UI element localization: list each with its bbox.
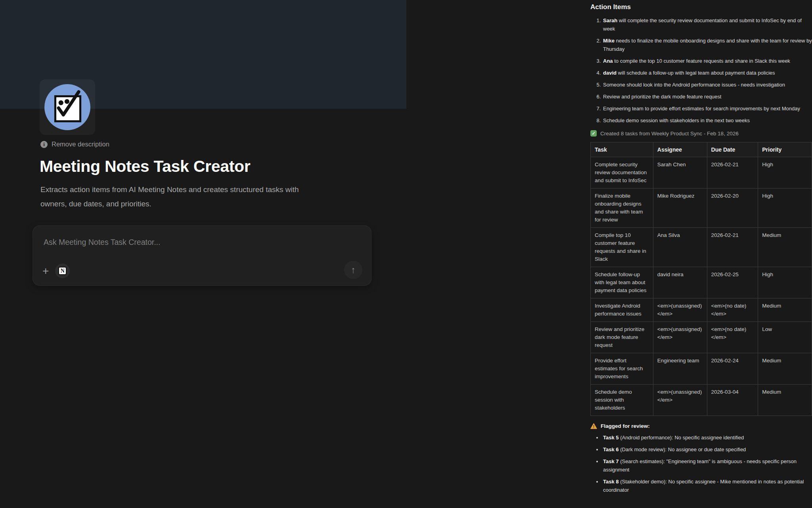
action-item: Mike needs to finalize the mobile onboar…: [602, 37, 812, 53]
action-item-owner: Ana: [603, 58, 613, 64]
table-row: Finalize mobile onboarding designs and s…: [591, 189, 812, 228]
cell-priority: Medium: [758, 353, 812, 385]
composer-placeholder[interactable]: Ask Meeting Notes Task Creator...: [44, 238, 160, 247]
table-row: Compile top 10 customer feature requests…: [591, 228, 812, 267]
action-item: Schedule demo session with stakeholders …: [602, 116, 812, 125]
action-item: Sarah will complete the security review …: [602, 16, 812, 33]
cell-assignee: <em>(unassigned) </em>: [653, 385, 707, 416]
flagged-items-list: Task 5 (Android performance): No specifi…: [590, 433, 812, 494]
agent-output-panel: Action Items Sarah will complete the sec…: [590, 0, 812, 498]
action-item-text: Review and prioritize the dark mode feat…: [603, 94, 721, 100]
flagged-item-text: (Search estimates): "Engineering team" i…: [603, 458, 797, 473]
action-item-text: Engineering team to provide effort estim…: [603, 106, 800, 112]
flagged-item: Task 8 (Stakeholder demo): No specific a…: [602, 477, 812, 494]
cell-priority: Medium: [758, 228, 812, 267]
page-icon[interactable]: [40, 79, 95, 135]
attach-plus-button[interactable]: +: [42, 266, 49, 277]
flagged-item-text: (Stakeholder demo): No specific assignee…: [603, 479, 804, 493]
cell-assignee: Engineering team: [653, 353, 707, 385]
cell-task: Compile top 10 customer feature requests…: [591, 228, 653, 267]
column-header-task: Task: [591, 142, 653, 157]
action-item-text: Someone should look into the Android per…: [603, 82, 785, 88]
cell-priority: Low: [758, 322, 812, 353]
page-title[interactable]: Meeting Notes Task Creator: [40, 157, 250, 176]
column-header-due-date: Due Date: [707, 142, 758, 157]
flagged-item-task: Task 6: [603, 446, 619, 452]
warning-triangle-icon: [590, 423, 597, 429]
cell-due-date: <em>(no date) </em>: [707, 322, 758, 353]
action-items-list: Sarah will complete the security review …: [590, 16, 812, 125]
flagged-for-review-heading: Flagged for review:: [590, 423, 812, 429]
cell-due-date: <em>(no date) </em>: [707, 298, 758, 322]
table-row: Schedule follow-up with legal team about…: [591, 267, 812, 298]
action-item-owner: david: [603, 70, 617, 76]
cell-priority: High: [758, 267, 812, 298]
action-item-text: needs to finalize the mobile onboarding …: [603, 38, 812, 52]
remove-description-button[interactable]: i Remove description: [40, 140, 109, 148]
cell-task: Schedule follow-up with legal team about…: [591, 267, 653, 298]
action-items-heading: Action Items: [590, 3, 812, 11]
cell-assignee: <em>(unassigned) </em>: [653, 322, 707, 353]
action-item-text: to compile the top 10 customer feature r…: [613, 58, 790, 64]
notion-logo-icon: N: [58, 267, 67, 275]
check-mark-icon: ✓: [590, 130, 597, 137]
cell-priority: High: [758, 189, 812, 228]
table-row: Provide effort estimates for search impr…: [591, 353, 812, 385]
table-row: Review and prioritize dark mode feature …: [591, 322, 812, 353]
column-header-assignee: Assignee: [653, 142, 707, 157]
flagged-item: Task 6 (Dark mode review): No assignee o…: [602, 445, 812, 454]
flagged-item-text: (Android performance): No specific assig…: [619, 435, 744, 441]
action-item: Review and prioritize the dark mode feat…: [602, 92, 812, 101]
action-item-owner: Mike: [603, 38, 615, 44]
cell-priority: Medium: [758, 385, 812, 416]
page-description[interactable]: Extracts action items from AI Meeting No…: [40, 183, 318, 211]
action-item: Engineering team to provide effort estim…: [602, 104, 812, 113]
plus-icon: +: [42, 265, 49, 277]
flagged-heading-text: Flagged for review:: [601, 423, 650, 429]
cell-assignee: david neira: [653, 267, 707, 298]
flagged-item-task: Task 7: [603, 458, 619, 464]
cell-assignee: Ana Silva: [653, 228, 707, 267]
flagged-item-text: (Dark mode review): No assignee or due d…: [619, 446, 746, 452]
action-item: Someone should look into the Android per…: [602, 81, 812, 89]
arrow-up-icon: ↑: [351, 265, 356, 275]
action-item: david will schedule a follow-up with leg…: [602, 69, 812, 77]
cell-priority: High: [758, 157, 812, 189]
remove-description-label: Remove description: [52, 140, 109, 148]
cell-task: Finalize mobile onboarding designs and s…: [591, 189, 653, 228]
send-button[interactable]: ↑: [344, 261, 362, 279]
action-item-text: will schedule a follow-up with legal tea…: [617, 70, 775, 76]
composer-actions: + N: [42, 264, 70, 278]
cell-due-date: 2026-02-21: [707, 157, 758, 189]
action-item: Ana to compile the top 10 customer featu…: [602, 57, 812, 65]
cell-assignee: Mike Rodriguez: [653, 189, 707, 228]
cell-task: Review and prioritize dark mode feature …: [591, 322, 653, 353]
action-item-text: will complete the security review docume…: [603, 17, 802, 32]
flagged-item-task: Task 5: [603, 435, 619, 441]
cell-task: Investigate Android performance issues: [591, 298, 653, 322]
notion-agent-badge[interactable]: N: [55, 264, 70, 278]
table-row: Investigate Android performance issues <…: [591, 298, 812, 322]
cell-task: Schedule demo session with stakeholders: [591, 385, 653, 416]
table-row: Complete security review documentation a…: [591, 157, 812, 189]
agent-prompt-composer[interactable]: Ask Meeting Notes Task Creator... + N ↑: [33, 225, 372, 286]
cell-due-date: 2026-02-24: [707, 353, 758, 385]
cell-assignee: Sarah Chen: [653, 157, 707, 189]
cell-assignee: <em>(unassigned) </em>: [653, 298, 707, 322]
tasks-table: Task Assignee Due Date Priority Complete…: [590, 142, 812, 416]
column-header-priority: Priority: [758, 142, 812, 157]
flagged-item: Task 5 (Android performance): No specifi…: [602, 433, 812, 442]
flagged-item-task: Task 8: [603, 479, 619, 485]
ballot-box-with-check-icon: [43, 83, 92, 131]
cell-priority: Medium: [758, 298, 812, 322]
cell-due-date: 2026-02-25: [707, 267, 758, 298]
action-item-text: Schedule demo session with stakeholders …: [603, 117, 750, 123]
action-item-owner: Sarah: [603, 17, 617, 23]
flagged-item: Task 7 (Search estimates): "Engineering …: [602, 457, 812, 474]
cell-due-date: 2026-02-20: [707, 189, 758, 228]
info-icon: i: [40, 141, 48, 148]
table-row: Schedule demo session with stakeholders …: [591, 385, 812, 416]
table-header-row: Task Assignee Due Date Priority: [591, 142, 812, 157]
created-tasks-status: ✓ Created 8 tasks from Weekly Product Sy…: [590, 130, 812, 137]
cell-task: Provide effort estimates for search impr…: [591, 353, 653, 385]
